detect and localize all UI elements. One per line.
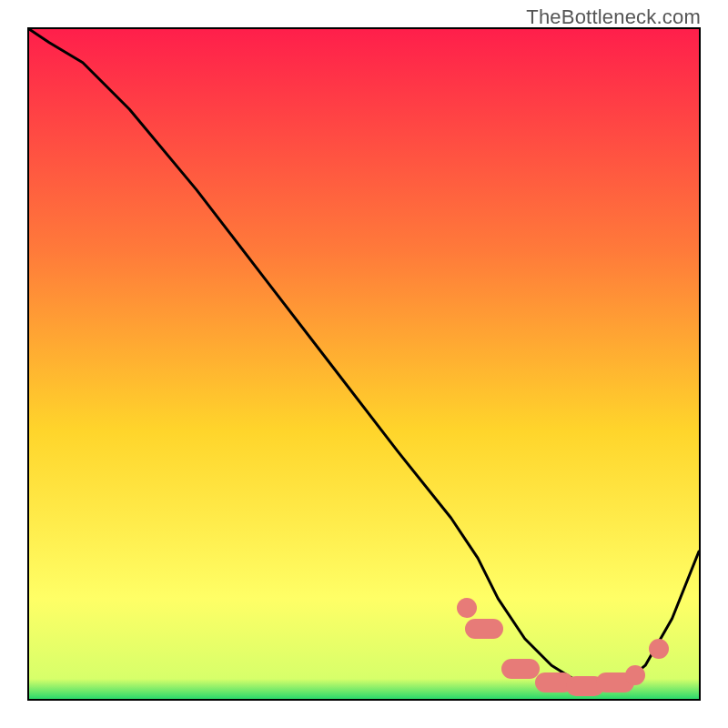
curve-marker	[457, 598, 477, 618]
plot-area	[27, 27, 701, 701]
watermark-text: TheBottleneck.com	[526, 5, 701, 29]
chart-stage: TheBottleneck.com	[0, 0, 728, 728]
curve-marker	[625, 665, 645, 685]
curve-marker	[501, 659, 540, 679]
svg-rect-0	[29, 29, 699, 699]
background-gradient	[29, 29, 699, 699]
curve-marker	[465, 619, 503, 639]
curve-marker	[649, 639, 669, 659]
